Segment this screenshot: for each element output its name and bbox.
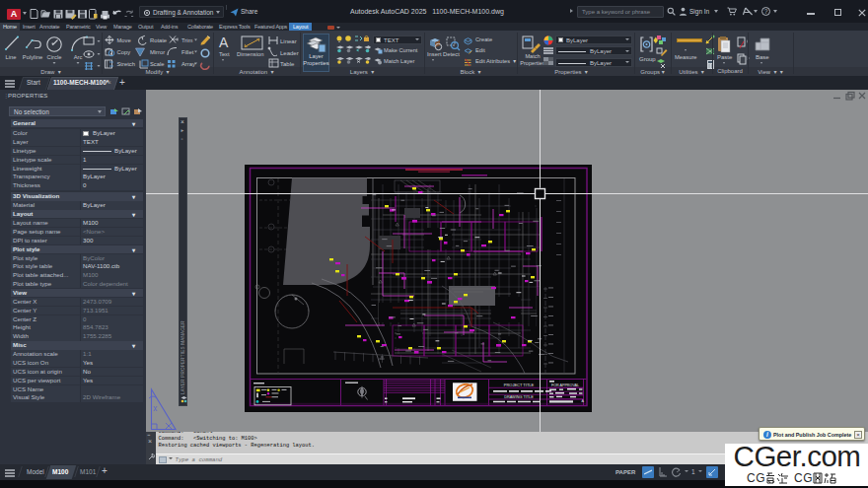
svg-text:Rotate: Rotate xyxy=(150,37,167,43)
svg-text:Scale: Scale xyxy=(150,61,165,67)
svg-text:Mirror: Mirror xyxy=(150,49,165,55)
svg-text:Array: Array xyxy=(181,61,195,67)
svg-text:Trim: Trim xyxy=(181,37,193,43)
svg-text:Copy: Copy xyxy=(117,49,131,55)
svg-text:Move: Move xyxy=(117,37,131,43)
svg-text:Polyline: Polyline xyxy=(23,54,42,60)
svg-text:Fillet: Fillet xyxy=(181,49,194,55)
svg-text:Leader: Leader xyxy=(280,50,299,56)
svg-text:Stretch: Stretch xyxy=(117,61,135,67)
svg-text:PROJECT TITLE: PROJECT TITLE xyxy=(504,383,535,387)
svg-text:Table: Table xyxy=(280,61,295,67)
svg-text:Circle: Circle xyxy=(47,54,62,60)
svg-text:Linear ▾: Linear ▾ xyxy=(280,38,299,44)
svg-text:DRAWING TITLE: DRAWING TITLE xyxy=(504,395,534,399)
svg-text:Line: Line xyxy=(6,54,17,60)
svg-text:FOR APPROVAL: FOR APPROVAL xyxy=(551,383,579,387)
